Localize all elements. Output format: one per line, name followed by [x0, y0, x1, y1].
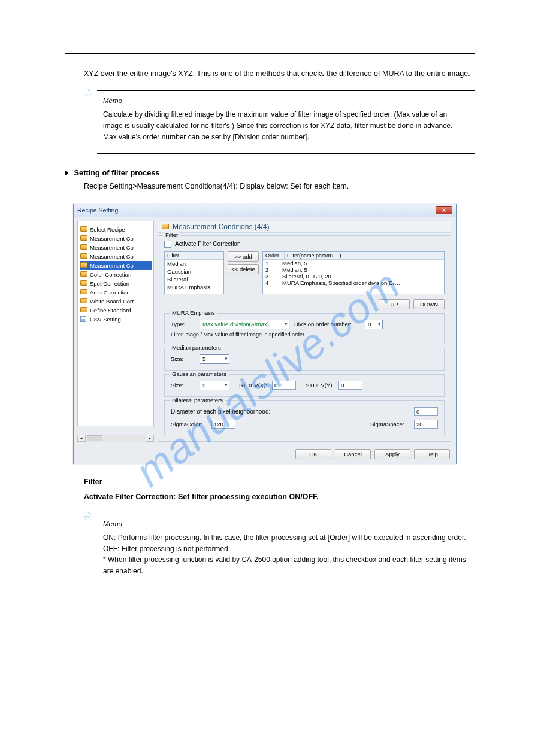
mura-hint: Filter image / Max value of filter image…	[171, 332, 438, 338]
dialog-button-bar: OK Cancel Apply Help	[74, 445, 456, 464]
memo-box-1: 📄 Memo Calculate by dividing filtered im…	[97, 90, 475, 154]
mura-division-label: Division order number:	[294, 321, 360, 327]
gaussian-stdevx-input[interactable]: 0	[272, 381, 296, 390]
section-heading: Setting of filter process	[65, 168, 475, 177]
filter-gaussian[interactable]: Gaussian	[165, 268, 223, 275]
scroll-left-button[interactable]: ◂	[77, 435, 86, 442]
memo-icon: 📄	[81, 89, 92, 98]
cancel-button[interactable]: Cancel	[335, 449, 371, 459]
mura-division-select[interactable]: 0	[365, 320, 383, 329]
bilateral-diameter-input[interactable]: 0	[414, 407, 438, 416]
median-group: Median parameters Size: 5	[164, 348, 445, 371]
memo-icon-2: 📄	[81, 512, 92, 521]
tree-item-meas-3[interactable]: Measurement Co	[80, 252, 152, 261]
content-header: Measurement Conditions (4/4)	[158, 221, 451, 233]
help-button[interactable]: Help	[414, 449, 450, 459]
scroll-right-button[interactable]: ▸	[146, 435, 154, 442]
tree-item-select-recipe[interactable]: Select Recipe	[80, 225, 152, 234]
tree-item-area-correction[interactable]: Area Correction	[80, 288, 152, 297]
median-size-label: Size:	[171, 356, 195, 362]
delete-button[interactable]: << delete	[228, 264, 259, 274]
filter-bilateral[interactable]: Bilateral	[165, 275, 223, 283]
mura-group-title: MURA Emphasis	[170, 309, 217, 316]
filter-row-2[interactable]: 2Median, 5	[263, 266, 444, 273]
filter-row-1[interactable]: 1Median, 5	[263, 260, 444, 266]
section-title-text: Setting of filter process	[74, 168, 160, 177]
down-button[interactable]: DOWN	[413, 299, 445, 309]
sigmaspace-input[interactable]: 20	[414, 420, 438, 429]
activate-description: Activate Filter Correction: Set filter p…	[84, 491, 475, 503]
intro-paragraph: XYZ over the entire image's XYZ. This is…	[84, 68, 475, 80]
sigmaspace-label: SigmaSpace:	[370, 421, 409, 427]
filter-row-4[interactable]: 4MURA Emphasis, Specified order division…	[263, 280, 444, 286]
bilateral-group-title: Bilateral parameters	[170, 397, 225, 403]
close-button[interactable]: X	[436, 206, 452, 214]
tree-item-meas-4[interactable]: Measurement Co	[80, 261, 152, 270]
gaussian-group: Gaussian parameters Size: 5 STDEV(X): 0 …	[164, 374, 445, 397]
dialog-title: Recipe Setting	[77, 207, 436, 214]
tree-item-meas-1[interactable]: Measurement Co	[80, 234, 152, 243]
apply-button[interactable]: Apply	[374, 449, 410, 459]
filter-median[interactable]: Median	[165, 260, 223, 268]
content-panel: Measurement Conditions (4/4) Filter Acti…	[154, 217, 456, 445]
add-button[interactable]: >> add	[228, 251, 259, 262]
sigmacolor-label: SigmaColor:	[171, 421, 207, 427]
memo-title-2: Memo	[103, 520, 467, 527]
gaussian-size-label: Size:	[171, 382, 195, 388]
filter-order-list[interactable]: Order Filter(name param1…) 1Median, 5 2M…	[262, 251, 445, 294]
gaussian-stdevx-label: STDEV(X):	[234, 382, 267, 388]
filter-mura[interactable]: MURA Emphasis	[165, 283, 223, 291]
tree-item-meas-2[interactable]: Measurement Co	[80, 243, 152, 252]
dialog-screenshot: Recipe Setting X Select Recipe Measureme…	[73, 204, 475, 464]
gaussian-size-select[interactable]: 5	[200, 381, 229, 390]
tree-item-csv-setting[interactable]: CSV Setting	[80, 315, 152, 324]
filter-group: Filter Activate Filter Correction Filter…	[158, 235, 451, 442]
mura-type-select[interactable]: Max value division(A/max)	[200, 320, 289, 329]
mura-type-label: Type:	[171, 321, 195, 327]
filter-group-title: Filter	[163, 232, 180, 238]
gaussian-group-title: Gaussian parameters	[170, 371, 229, 377]
memo-box-2: 📄 Memo ON: Performs filter processing. I…	[97, 514, 475, 588]
memo-text-2: ON: Performs filter processing. In this …	[103, 532, 467, 576]
median-size-select[interactable]: 5	[200, 354, 229, 364]
activate-filter-checkbox-row: Activate Filter Correction	[164, 241, 445, 248]
activate-filter-checkbox[interactable]	[164, 241, 171, 248]
tree-item-color-correction[interactable]: Color Correction	[80, 270, 152, 279]
bilateral-diameter-label: Diameter of each pixel neighborhood:	[171, 408, 270, 415]
mura-group: MURA Emphasis Type: Max value division(A…	[164, 313, 445, 344]
memo-text: Calculate by dividing filtered image by …	[103, 109, 467, 142]
ok-button[interactable]: OK	[295, 449, 331, 459]
median-group-title: Median parameters	[170, 344, 223, 351]
sigmacolor-input[interactable]: 120	[211, 420, 235, 429]
content-title: Measurement Conditions (4/4)	[173, 223, 269, 231]
scroll-thumb[interactable]	[87, 435, 102, 441]
activate-filter-label: Activate Filter Correction	[175, 241, 240, 247]
tree-panel: Select Recipe Measurement Co Measurement…	[77, 221, 154, 442]
page-header-rule	[65, 53, 475, 54]
bilateral-group: Bilateral parameters Diameter of each pi…	[164, 400, 445, 435]
screenshot-description: Recipe Setting>Measurement Conditions(4/…	[84, 181, 475, 192]
tree-item-define-standard[interactable]: Define Standard	[80, 306, 152, 315]
filter-right-header: Order Filter(name param1…)	[263, 252, 444, 260]
gaussian-stdevy-label: STDEV(Y):	[301, 382, 334, 388]
filter-bold-heading: Filter	[84, 476, 475, 488]
filter-left-header: Filter	[165, 252, 223, 260]
gaussian-stdevy-input[interactable]: 0	[338, 381, 362, 390]
tree-item-spot-correction[interactable]: Spot Correction	[80, 279, 152, 288]
tree-list: Select Recipe Measurement Co Measurement…	[77, 221, 154, 426]
up-button[interactable]: UP	[379, 299, 410, 309]
tree-horizontal-scrollbar[interactable]: ◂ ▸	[77, 435, 154, 442]
memo-title: Memo	[103, 97, 467, 104]
filter-row-3[interactable]: 3Bilateral, 0, 120, 20	[263, 273, 444, 280]
dialog-titlebar: Recipe Setting X	[74, 204, 456, 217]
recipe-setting-dialog: Recipe Setting X Select Recipe Measureme…	[73, 204, 457, 464]
chevron-right-icon	[65, 170, 68, 176]
filter-types-list[interactable]: Filter Median Gaussian Bilateral MURA Em…	[164, 251, 224, 294]
tree-item-white-board[interactable]: White Board Corr	[80, 297, 152, 306]
book-icon	[162, 224, 169, 229]
